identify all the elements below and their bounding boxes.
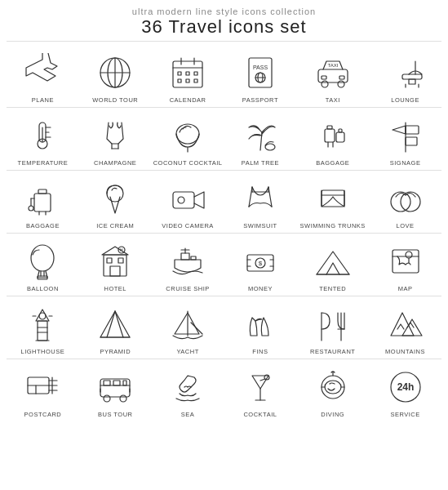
money-label: MONEY bbox=[248, 285, 273, 292]
row-divider bbox=[7, 107, 441, 108]
svg-text:$: $ bbox=[259, 260, 263, 267]
baggage-label: BAGGAGE bbox=[26, 222, 60, 229]
svg-rect-8 bbox=[178, 72, 181, 75]
coconut-cocktail-label: COCONUT COCKTAIL bbox=[153, 159, 223, 167]
svg-point-69 bbox=[31, 245, 54, 271]
diving-label: DIVING bbox=[321, 411, 344, 418]
svg-point-98 bbox=[39, 313, 46, 319]
tented-label: TENTED bbox=[319, 285, 346, 292]
svg-point-22 bbox=[322, 81, 328, 87]
sea-icon bbox=[166, 366, 209, 408]
icon-cell-lighthouse: LIGHTHOUSE bbox=[7, 298, 79, 359]
swimming-trunks-label: SWIMMING TRUNKS bbox=[300, 222, 366, 229]
row-divider bbox=[7, 233, 441, 234]
taxi-icon: TAXI bbox=[312, 51, 354, 94]
svg-text:24h: 24h bbox=[397, 381, 414, 393]
icon-cell-taxi: TAXITAXI bbox=[296, 47, 369, 107]
champagne-icon bbox=[94, 114, 136, 157]
cocktail-label: COCKTAIL bbox=[243, 411, 277, 418]
lighthouse-label: LIGHTHOUSE bbox=[21, 348, 65, 355]
header-subtitle: ultra modern line style icons collection bbox=[0, 7, 448, 16]
svg-rect-80 bbox=[181, 253, 189, 260]
svg-marker-109 bbox=[391, 313, 414, 336]
plane-label: PLANE bbox=[32, 96, 54, 104]
svg-point-132 bbox=[325, 381, 341, 394]
hotel-icon: H bbox=[94, 240, 136, 283]
baggage-icon bbox=[21, 177, 64, 220]
icon-cell-calendar: CALENDAR bbox=[152, 47, 224, 107]
svg-rect-122 bbox=[123, 381, 126, 385]
video-camera-icon bbox=[166, 177, 209, 220]
map-icon bbox=[384, 240, 427, 283]
svg-point-23 bbox=[338, 81, 344, 87]
svg-rect-60 bbox=[173, 192, 194, 208]
icon-cell-ice-cream: ICE CREAM bbox=[79, 172, 152, 233]
icons-grid: PLANEWORLD TOURCALENDARPASSPASSPORTTAXIT… bbox=[0, 43, 448, 425]
bus-tour-label: BUS TOUR bbox=[98, 411, 132, 418]
page-wrapper: ultra modern line style icons collection… bbox=[0, 0, 448, 425]
icon-cell-fins: FINS bbox=[224, 298, 297, 359]
cruise-ship-icon bbox=[166, 240, 209, 283]
mountains-icon bbox=[384, 303, 427, 345]
header-title: 36 Travel icons set bbox=[0, 16, 448, 38]
icon-cell-restaurant: RESTAURANT bbox=[296, 298, 369, 359]
svg-rect-96 bbox=[38, 321, 47, 341]
hotel-label: HOTEL bbox=[104, 285, 126, 292]
ice-cream-label: ICE CREAM bbox=[96, 222, 134, 229]
svg-rect-49 bbox=[406, 126, 419, 134]
svg-rect-53 bbox=[38, 189, 47, 194]
love-icon bbox=[384, 177, 427, 220]
icon-cell-balloon: BALLOON bbox=[7, 235, 79, 296]
temperature-label: TEMPERATURE bbox=[18, 159, 69, 167]
money-icon: $ bbox=[239, 240, 282, 283]
svg-rect-21 bbox=[339, 76, 344, 79]
cocktail-icon bbox=[239, 366, 282, 408]
icon-cell-signage: SIGNAGE bbox=[369, 109, 441, 170]
icon-cell-sea: SEA bbox=[152, 361, 224, 421]
service-label: SERVICE bbox=[390, 411, 419, 418]
bus-tour-icon bbox=[94, 366, 136, 408]
swimming-trunks-icon bbox=[312, 177, 354, 220]
palm-tree-label: PALM TREE bbox=[242, 159, 279, 167]
icon-cell-tented: TENTED bbox=[296, 235, 369, 296]
svg-rect-75 bbox=[110, 266, 120, 276]
balloon-label: BALLOON bbox=[27, 285, 59, 292]
cruise-ship-label: CRUISE SHIP bbox=[166, 285, 209, 292]
taxi-label: TAXI bbox=[326, 96, 340, 104]
icon-cell-pyramid: PYRAMID bbox=[79, 298, 152, 359]
tented-icon bbox=[312, 240, 354, 283]
row-divider bbox=[7, 359, 441, 359]
svg-point-124 bbox=[120, 395, 126, 402]
svg-rect-118 bbox=[100, 379, 130, 397]
row-divider bbox=[7, 170, 441, 171]
postcard-label: POSTCARD bbox=[24, 411, 62, 418]
icon-cell-palm-tree: PALM TREE bbox=[224, 109, 297, 170]
svg-point-123 bbox=[104, 395, 110, 402]
svg-rect-44 bbox=[327, 126, 332, 129]
icon-cell-love: LOVE bbox=[369, 172, 441, 233]
svg-text:H: H bbox=[120, 247, 123, 252]
divider-top bbox=[7, 41, 441, 42]
icon-cell-plane: PLANE bbox=[7, 47, 79, 107]
icon-cell-champagne: CHAMPAGNE bbox=[79, 109, 152, 170]
mountains-label: MOUNTAINS bbox=[385, 348, 425, 355]
icon-cell-world-tour: WORLD TOUR bbox=[79, 47, 152, 107]
baggage2-label: BAGGAGE bbox=[316, 159, 349, 167]
svg-rect-121 bbox=[113, 381, 120, 385]
yacht-label: YACHT bbox=[176, 348, 198, 355]
svg-rect-27 bbox=[409, 79, 415, 84]
balloon-icon bbox=[21, 240, 64, 283]
lighthouse-icon bbox=[21, 303, 64, 345]
icon-cell-baggage2: BAGGAGE bbox=[296, 109, 369, 170]
svg-rect-51 bbox=[406, 137, 417, 145]
calendar-icon bbox=[166, 51, 209, 94]
icon-cell-service: 24hSERVICE bbox=[369, 361, 441, 421]
icon-cell-yacht: YACHT bbox=[152, 298, 224, 359]
icon-cell-cocktail: COCKTAIL bbox=[224, 361, 297, 421]
svg-rect-9 bbox=[186, 72, 189, 75]
palm-tree-icon bbox=[239, 114, 282, 157]
svg-text:PASS: PASS bbox=[253, 65, 268, 70]
svg-rect-10 bbox=[194, 72, 197, 75]
svg-rect-77 bbox=[118, 258, 123, 263]
love-label: LOVE bbox=[397, 222, 415, 229]
